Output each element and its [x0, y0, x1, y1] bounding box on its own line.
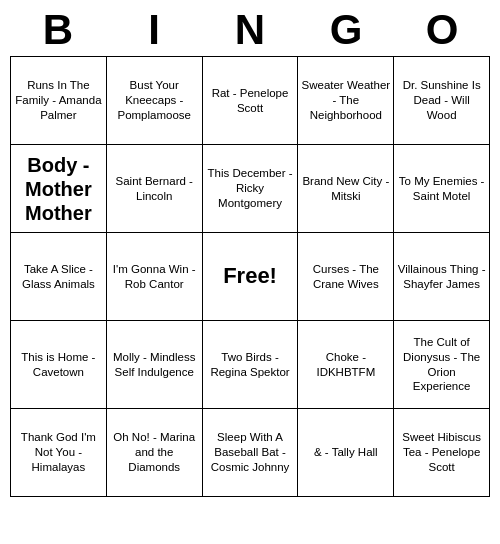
cell-r3-c0: This is Home - Cavetown — [11, 321, 107, 409]
bingo-header: BINGO — [10, 0, 490, 56]
cell-r3-c4: The Cult of Dionysus - The Orion Experie… — [394, 321, 490, 409]
cell-r1-c2: This December - Ricky Montgomery — [202, 145, 298, 233]
cell-r1-c3: Brand New City - Mitski — [298, 145, 394, 233]
cell-r2-c1: I'm Gonna Win - Rob Cantor — [106, 233, 202, 321]
cell-r3-c3: Choke - IDKHBTFM — [298, 321, 394, 409]
cell-r0-c1: Bust Your Kneecaps - Pomplamoose — [106, 57, 202, 145]
cell-r4-c0: Thank God I'm Not You - Himalayas — [11, 409, 107, 497]
bingo-grid: Runs In The Family - Amanda PalmerBust Y… — [10, 56, 490, 497]
cell-r4-c2: Sleep With A Baseball Bat - Cosmic Johnn… — [202, 409, 298, 497]
bingo-letter-n: N — [205, 6, 295, 54]
cell-r4-c1: Oh No! - Marina and the Diamonds — [106, 409, 202, 497]
bingo-letter-o: O — [397, 6, 487, 54]
cell-r1-c1: Saint Bernard - Lincoln — [106, 145, 202, 233]
cell-r2-c4: Villainous Thing - Shayfer James — [394, 233, 490, 321]
cell-r1-c0: Body - Mother Mother — [11, 145, 107, 233]
cell-r2-c3: Curses - The Crane Wives — [298, 233, 394, 321]
cell-r0-c3: Sweater Weather - The Neighborhood — [298, 57, 394, 145]
cell-r2-c2: Free! — [202, 233, 298, 321]
cell-r3-c2: Two Birds - Regina Spektor — [202, 321, 298, 409]
cell-r4-c3: & - Tally Hall — [298, 409, 394, 497]
cell-r2-c0: Take A Slice - Glass Animals — [11, 233, 107, 321]
cell-r0-c2: Rat - Penelope Scott — [202, 57, 298, 145]
bingo-letter-g: G — [301, 6, 391, 54]
bingo-letter-i: I — [109, 6, 199, 54]
cell-r0-c4: Dr. Sunshine Is Dead - Will Wood — [394, 57, 490, 145]
cell-r3-c1: Molly - Mindless Self Indulgence — [106, 321, 202, 409]
cell-r1-c4: To My Enemies - Saint Motel — [394, 145, 490, 233]
bingo-letter-b: B — [13, 6, 103, 54]
cell-r4-c4: Sweet Hibiscus Tea - Penelope Scott — [394, 409, 490, 497]
cell-r0-c0: Runs In The Family - Amanda Palmer — [11, 57, 107, 145]
